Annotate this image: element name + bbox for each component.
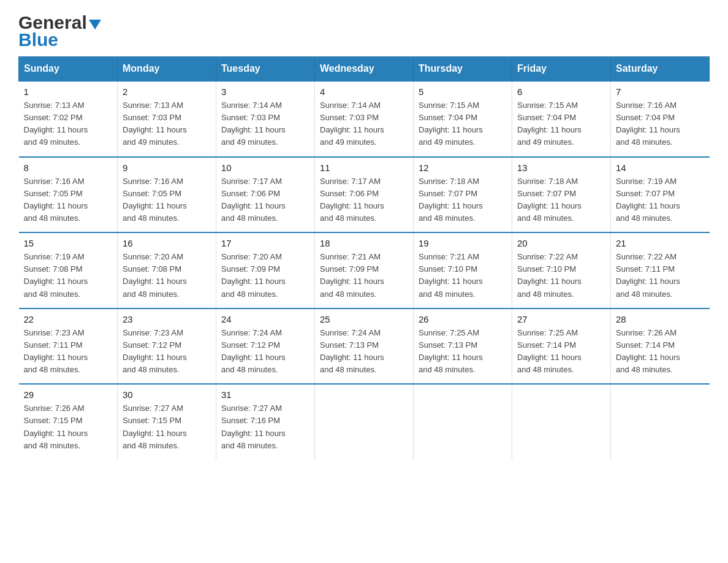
day-info: Sunrise: 7:14 AMSunset: 7:03 PMDaylight:… <box>221 99 309 149</box>
day-number: 14 <box>616 163 705 173</box>
day-number: 11 <box>320 163 408 173</box>
header-saturday: Saturday <box>611 57 710 82</box>
day-number: 5 <box>419 86 507 97</box>
calendar-cell: 13Sunrise: 7:18 AMSunset: 7:07 PMDayligh… <box>512 157 611 233</box>
day-number: 31 <box>221 389 309 400</box>
day-info: Sunrise: 7:13 AMSunset: 7:02 PMDaylight:… <box>24 99 113 149</box>
calendar-cell: 11Sunrise: 7:17 AMSunset: 7:06 PMDayligh… <box>315 157 414 233</box>
header-sunday: Sunday <box>19 57 118 82</box>
day-info: Sunrise: 7:15 AMSunset: 7:04 PMDaylight:… <box>419 99 507 149</box>
calendar-cell: 7Sunrise: 7:16 AMSunset: 7:04 PMDaylight… <box>611 81 710 157</box>
calendar-cell: 21Sunrise: 7:22 AMSunset: 7:11 PMDayligh… <box>611 232 710 308</box>
calendar-cell: 6Sunrise: 7:15 AMSunset: 7:04 PMDaylight… <box>512 81 611 157</box>
calendar-cell: 25Sunrise: 7:24 AMSunset: 7:13 PMDayligh… <box>315 308 414 385</box>
day-number: 4 <box>320 86 408 97</box>
day-number: 12 <box>419 163 507 173</box>
day-info: Sunrise: 7:24 AMSunset: 7:12 PMDaylight:… <box>221 327 309 377</box>
day-number: 9 <box>123 163 211 173</box>
calendar-cell: 29Sunrise: 7:26 AMSunset: 7:15 PMDayligh… <box>19 384 118 459</box>
calendar-cell: 16Sunrise: 7:20 AMSunset: 7:08 PMDayligh… <box>118 232 216 308</box>
day-info: Sunrise: 7:24 AMSunset: 7:13 PMDaylight:… <box>320 327 408 377</box>
day-info: Sunrise: 7:16 AMSunset: 7:05 PMDaylight:… <box>123 175 211 225</box>
day-number: 29 <box>24 389 113 400</box>
day-info: Sunrise: 7:23 AMSunset: 7:11 PMDaylight:… <box>24 327 113 377</box>
day-number: 26 <box>419 314 507 324</box>
day-info: Sunrise: 7:18 AMSunset: 7:07 PMDaylight:… <box>419 175 507 225</box>
calendar-cell: 2Sunrise: 7:13 AMSunset: 7:03 PMDaylight… <box>118 81 216 157</box>
calendar-week-1: 1Sunrise: 7:13 AMSunset: 7:02 PMDaylight… <box>19 81 710 157</box>
day-number: 25 <box>320 314 408 324</box>
header-monday: Monday <box>118 57 216 82</box>
calendar-cell <box>414 384 512 459</box>
day-number: 3 <box>221 86 309 97</box>
day-info: Sunrise: 7:13 AMSunset: 7:03 PMDaylight:… <box>123 99 211 149</box>
logo: General Blue <box>18 12 101 50</box>
calendar-cell: 10Sunrise: 7:17 AMSunset: 7:06 PMDayligh… <box>216 157 315 233</box>
calendar-cell: 12Sunrise: 7:18 AMSunset: 7:07 PMDayligh… <box>414 157 512 233</box>
day-info: Sunrise: 7:18 AMSunset: 7:07 PMDaylight:… <box>517 175 605 225</box>
calendar-cell: 18Sunrise: 7:21 AMSunset: 7:09 PMDayligh… <box>315 232 414 308</box>
day-info: Sunrise: 7:21 AMSunset: 7:09 PMDaylight:… <box>320 251 408 301</box>
day-number: 6 <box>517 86 605 97</box>
day-number: 17 <box>221 238 309 248</box>
logo-blue: Blue <box>18 29 58 50</box>
day-number: 19 <box>419 238 507 248</box>
header-tuesday: Tuesday <box>216 57 315 82</box>
day-info: Sunrise: 7:26 AMSunset: 7:15 PMDaylight:… <box>24 402 113 452</box>
day-number: 28 <box>616 314 705 324</box>
day-info: Sunrise: 7:17 AMSunset: 7:06 PMDaylight:… <box>320 175 408 225</box>
calendar-week-4: 22Sunrise: 7:23 AMSunset: 7:11 PMDayligh… <box>19 308 710 385</box>
day-info: Sunrise: 7:27 AMSunset: 7:15 PMDaylight:… <box>123 402 211 452</box>
calendar-cell: 1Sunrise: 7:13 AMSunset: 7:02 PMDaylight… <box>19 81 118 157</box>
calendar-cell: 3Sunrise: 7:14 AMSunset: 7:03 PMDaylight… <box>216 81 315 157</box>
day-number: 2 <box>123 86 211 97</box>
header-wednesday: Wednesday <box>315 57 414 82</box>
calendar-week-2: 8Sunrise: 7:16 AMSunset: 7:05 PMDaylight… <box>19 157 710 233</box>
calendar-cell: 24Sunrise: 7:24 AMSunset: 7:12 PMDayligh… <box>216 308 315 385</box>
day-number: 22 <box>24 314 113 324</box>
day-number: 8 <box>24 163 113 173</box>
day-number: 1 <box>24 86 113 97</box>
calendar-cell: 26Sunrise: 7:25 AMSunset: 7:13 PMDayligh… <box>414 308 512 385</box>
day-info: Sunrise: 7:22 AMSunset: 7:11 PMDaylight:… <box>616 251 705 301</box>
day-number: 10 <box>221 163 309 173</box>
calendar-cell: 9Sunrise: 7:16 AMSunset: 7:05 PMDaylight… <box>118 157 216 233</box>
day-info: Sunrise: 7:17 AMSunset: 7:06 PMDaylight:… <box>221 175 309 225</box>
calendar-cell: 19Sunrise: 7:21 AMSunset: 7:10 PMDayligh… <box>414 232 512 308</box>
calendar-cell: 20Sunrise: 7:22 AMSunset: 7:10 PMDayligh… <box>512 232 611 308</box>
day-info: Sunrise: 7:16 AMSunset: 7:04 PMDaylight:… <box>616 99 705 149</box>
day-number: 23 <box>123 314 211 324</box>
calendar-cell: 23Sunrise: 7:23 AMSunset: 7:12 PMDayligh… <box>118 308 216 385</box>
calendar-week-3: 15Sunrise: 7:19 AMSunset: 7:08 PMDayligh… <box>19 232 710 308</box>
calendar-cell: 22Sunrise: 7:23 AMSunset: 7:11 PMDayligh… <box>19 308 118 385</box>
day-info: Sunrise: 7:25 AMSunset: 7:14 PMDaylight:… <box>517 327 605 377</box>
day-info: Sunrise: 7:25 AMSunset: 7:13 PMDaylight:… <box>419 327 507 377</box>
day-number: 20 <box>517 238 605 248</box>
day-info: Sunrise: 7:20 AMSunset: 7:08 PMDaylight:… <box>123 251 211 301</box>
day-info: Sunrise: 7:19 AMSunset: 7:07 PMDaylight:… <box>616 175 705 225</box>
day-info: Sunrise: 7:15 AMSunset: 7:04 PMDaylight:… <box>517 99 605 149</box>
day-info: Sunrise: 7:26 AMSunset: 7:14 PMDaylight:… <box>616 327 705 377</box>
header-friday: Friday <box>512 57 611 82</box>
day-number: 18 <box>320 238 408 248</box>
day-info: Sunrise: 7:27 AMSunset: 7:16 PMDaylight:… <box>221 402 309 452</box>
page-header: General Blue <box>18 12 710 50</box>
calendar-cell: 28Sunrise: 7:26 AMSunset: 7:14 PMDayligh… <box>611 308 710 385</box>
header-thursday: Thursday <box>414 57 512 82</box>
calendar-cell: 4Sunrise: 7:14 AMSunset: 7:03 PMDaylight… <box>315 81 414 157</box>
calendar-week-5: 29Sunrise: 7:26 AMSunset: 7:15 PMDayligh… <box>19 384 710 459</box>
day-info: Sunrise: 7:21 AMSunset: 7:10 PMDaylight:… <box>419 251 507 301</box>
calendar-table: SundayMondayTuesdayWednesdayThursdayFrid… <box>18 56 710 459</box>
calendar-cell: 31Sunrise: 7:27 AMSunset: 7:16 PMDayligh… <box>216 384 315 459</box>
calendar-cell: 8Sunrise: 7:16 AMSunset: 7:05 PMDaylight… <box>19 157 118 233</box>
calendar-header-row: SundayMondayTuesdayWednesdayThursdayFrid… <box>19 57 710 82</box>
calendar-cell <box>315 384 414 459</box>
calendar-cell: 30Sunrise: 7:27 AMSunset: 7:15 PMDayligh… <box>118 384 216 459</box>
day-number: 15 <box>24 238 113 248</box>
day-number: 13 <box>517 163 605 173</box>
day-number: 21 <box>616 238 705 248</box>
day-number: 24 <box>221 314 309 324</box>
day-number: 16 <box>123 238 211 248</box>
day-info: Sunrise: 7:16 AMSunset: 7:05 PMDaylight:… <box>24 175 113 225</box>
calendar-cell: 27Sunrise: 7:25 AMSunset: 7:14 PMDayligh… <box>512 308 611 385</box>
